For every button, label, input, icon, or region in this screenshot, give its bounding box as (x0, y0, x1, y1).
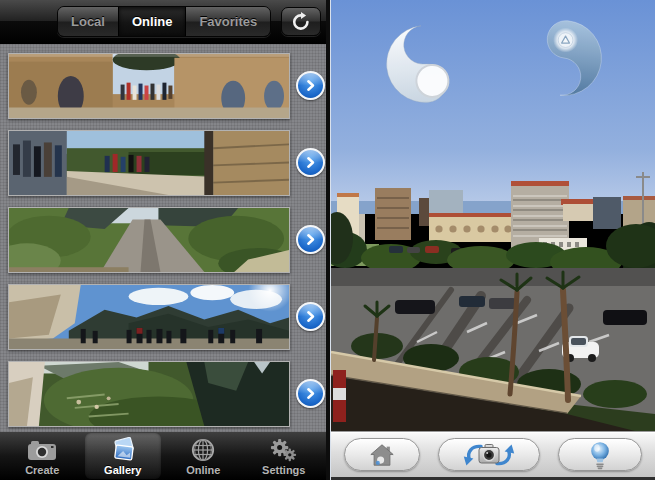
chevron-right-icon (302, 385, 319, 402)
screen: Local Online Favorites (0, 0, 655, 480)
panorama-camera-icon (460, 440, 518, 470)
target-circle-icon (553, 28, 578, 53)
tab-label: Online (186, 464, 220, 476)
segment-online[interactable]: Online (118, 7, 185, 36)
panorama-row (0, 201, 326, 278)
disclosure-button[interactable] (296, 225, 325, 254)
camera-toolbar (331, 431, 655, 480)
panorama-thumbnail[interactable] (8, 53, 290, 119)
panorama-list (0, 44, 326, 432)
chevron-right-icon (302, 154, 319, 171)
lightbulb-icon (589, 440, 611, 470)
gears-icon (270, 437, 297, 463)
tab-label: Gallery (104, 464, 141, 476)
camera-viewfinder-photo (331, 0, 655, 480)
globe-icon (190, 437, 216, 463)
disclosure-button[interactable] (296, 148, 325, 177)
chevron-right-icon (302, 77, 319, 94)
panorama-thumbnail[interactable] (8, 207, 290, 273)
panorama-row (0, 47, 326, 124)
tab-create[interactable]: Create (4, 433, 81, 479)
refresh-button[interactable] (281, 7, 321, 36)
camera-icon (27, 437, 57, 463)
tab-label: Create (25, 464, 59, 476)
segment-local[interactable]: Local (58, 7, 118, 36)
tab-bar: Create Gallery (0, 432, 326, 480)
source-segmented-control: Local Online Favorites (57, 6, 271, 37)
home-icon (367, 442, 397, 468)
panorama-capture-button[interactable] (438, 438, 540, 471)
tab-settings[interactable]: Settings (246, 433, 323, 479)
disclosure-button[interactable] (296, 379, 325, 408)
top-toolbar: Local Online Favorites (0, 0, 326, 44)
panorama-thumbnail[interactable] (8, 361, 290, 427)
disclosure-button[interactable] (296, 71, 325, 100)
pano-align-marker-left (385, 18, 465, 110)
photos-icon (108, 437, 138, 463)
help-button[interactable] (558, 438, 642, 471)
disclosure-button[interactable] (296, 302, 325, 331)
tab-label: Settings (262, 464, 305, 476)
home-button[interactable] (344, 438, 420, 471)
panorama-thumbnail[interactable] (8, 130, 290, 196)
panorama-row (0, 355, 326, 432)
tab-online[interactable]: Online (165, 433, 242, 479)
refresh-icon (290, 11, 312, 33)
tab-gallery[interactable]: Gallery (85, 433, 162, 479)
chevron-right-icon (302, 308, 319, 325)
chevron-right-icon (302, 231, 319, 248)
segment-favorites[interactable]: Favorites (185, 7, 270, 36)
panorama-row (0, 124, 326, 201)
camera-app-screen (330, 0, 655, 480)
panorama-thumbnail[interactable] (8, 284, 290, 350)
gallery-app-screen: Local Online Favorites (0, 0, 326, 480)
pano-align-marker-right (525, 11, 603, 105)
panorama-row (0, 278, 326, 355)
